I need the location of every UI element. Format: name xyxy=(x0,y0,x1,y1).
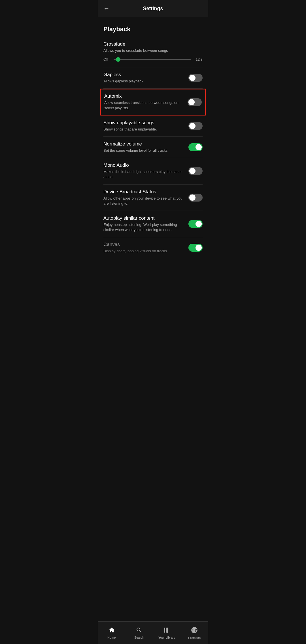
device-broadcast-info: Device Broadcast Status Allow other apps… xyxy=(103,189,188,206)
crossfade-track[interactable] xyxy=(114,59,191,60)
settings-content: Playback Crossfade Allows you to crossfa… xyxy=(98,17,208,256)
crossfade-setting: Crossfade Allows you to crossfade betwee… xyxy=(103,38,203,67)
settings-scroll[interactable]: Playback Crossfade Allows you to crossfa… xyxy=(98,17,208,284)
canvas-name: Canvas xyxy=(103,242,184,247)
normalize-volume-info: Normalize volume Set the same volume lev… xyxy=(103,141,188,153)
automix-setting: Automix Allow seamless transitions betwe… xyxy=(100,89,206,115)
autoplay-track[interactable] xyxy=(188,220,203,228)
gapless-track[interactable] xyxy=(188,74,203,82)
autoplay-setting: Autoplay similar content Enjoy nonstop l… xyxy=(103,211,203,237)
gapless-info: Gapless Allows gapless playback xyxy=(103,72,188,84)
page-title: Settings xyxy=(143,6,163,12)
crossfade-desc: Allows you to crossfade between songs xyxy=(103,48,203,53)
show-unplayable-track[interactable] xyxy=(188,122,203,130)
automix-thumb xyxy=(188,99,195,105)
autoplay-desc: Enjoy nonstop listening. We'll play some… xyxy=(103,222,184,232)
device-broadcast-name: Device Broadcast Status xyxy=(103,189,184,195)
show-unplayable-name: Show unplayable songs xyxy=(103,120,184,126)
crossfade-name: Crossfade xyxy=(103,41,203,47)
device-broadcast-toggle[interactable] xyxy=(188,194,203,202)
normalize-volume-thumb xyxy=(196,144,202,150)
automix-desc: Allow seamless transitions between songs… xyxy=(104,100,183,110)
normalize-volume-name: Normalize volume xyxy=(103,141,184,147)
canvas-track[interactable] xyxy=(188,244,203,252)
gapless-setting: Gapless Allows gapless playback xyxy=(103,67,203,89)
mono-audio-track[interactable] xyxy=(188,167,203,175)
mono-audio-setting: Mono Audio Makes the left and right spea… xyxy=(103,158,203,184)
autoplay-toggle[interactable] xyxy=(188,220,203,228)
show-unplayable-info: Show unplayable songs Show songs that ar… xyxy=(103,120,188,132)
canvas-setting: Canvas Display short, looping visuals on… xyxy=(103,237,203,256)
automix-name: Automix xyxy=(104,93,183,99)
autoplay-info: Autoplay similar content Enjoy nonstop l… xyxy=(103,215,188,232)
automix-info: Automix Allow seamless transitions betwe… xyxy=(104,93,188,110)
mono-audio-info: Mono Audio Makes the left and right spea… xyxy=(103,162,188,179)
canvas-toggle[interactable] xyxy=(188,244,203,252)
playback-section-title: Playback xyxy=(103,25,203,33)
slider-right-label: 12 s xyxy=(194,57,203,61)
autoplay-name: Autoplay similar content xyxy=(103,215,184,221)
header: ← Settings xyxy=(98,0,208,17)
normalize-volume-toggle[interactable] xyxy=(188,143,203,151)
canvas-info: Canvas Display short, looping visuals on… xyxy=(103,242,188,254)
gapless-toggle[interactable] xyxy=(188,74,203,82)
mono-audio-name: Mono Audio xyxy=(103,162,184,168)
canvas-thumb xyxy=(196,245,202,251)
crossfade-thumb[interactable] xyxy=(116,57,120,62)
device-broadcast-track[interactable] xyxy=(188,194,203,202)
slider-left-label: Off xyxy=(103,57,110,61)
automix-toggle[interactable] xyxy=(188,98,202,106)
show-unplayable-thumb xyxy=(189,123,196,129)
normalize-volume-setting: Normalize volume Set the same volume lev… xyxy=(103,137,203,158)
gapless-name: Gapless xyxy=(103,72,184,78)
normalize-volume-desc: Set the same volume level for all tracks xyxy=(103,148,184,153)
mono-audio-desc: Makes the left and right speakers play t… xyxy=(103,169,184,179)
crossfade-slider-row: Off 12 s xyxy=(103,57,203,61)
normalize-volume-track[interactable] xyxy=(188,143,203,151)
mono-audio-toggle[interactable] xyxy=(188,167,203,175)
device-broadcast-setting: Device Broadcast Status Allow other apps… xyxy=(103,185,203,211)
gapless-desc: Allows gapless playback xyxy=(103,79,184,84)
show-unplayable-desc: Show songs that are unplayable. xyxy=(103,127,184,132)
canvas-desc: Display short, looping visuals on tracks xyxy=(103,249,184,254)
show-unplayable-setting: Show unplayable songs Show songs that ar… xyxy=(103,115,203,137)
slider-labels: Off 12 s xyxy=(103,57,203,61)
mono-audio-thumb xyxy=(189,168,196,174)
automix-track[interactable] xyxy=(188,98,202,106)
back-button[interactable]: ← xyxy=(103,5,110,12)
show-unplayable-toggle[interactable] xyxy=(188,122,203,130)
gapless-thumb xyxy=(189,75,196,81)
device-broadcast-thumb xyxy=(189,194,196,201)
device-broadcast-desc: Allow other apps on your device to see w… xyxy=(103,196,184,206)
autoplay-thumb xyxy=(196,221,202,227)
